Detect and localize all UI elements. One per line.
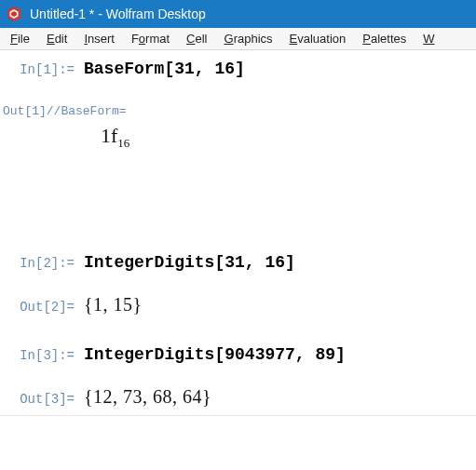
in-label: In[1]:= bbox=[0, 62, 84, 77]
menubar: File Edit Insert Format Cell Graphics Ev… bbox=[0, 28, 476, 50]
in-code[interactable]: IntegerDigits[9043977, 89] bbox=[84, 345, 346, 364]
app-icon bbox=[6, 6, 22, 22]
cell-divider bbox=[0, 415, 476, 416]
out-label-baseform: Out[1]//BaseForm= bbox=[0, 104, 476, 118]
menu-graphics[interactable]: Graphics bbox=[216, 30, 281, 47]
menu-window[interactable]: W bbox=[415, 30, 442, 47]
baseform-subscript: 16 bbox=[117, 136, 129, 150]
out-value-baseform: 1f16 bbox=[0, 124, 476, 151]
out-label: Out[2]= bbox=[0, 300, 84, 315]
menu-insert[interactable]: Insert bbox=[75, 30, 123, 47]
menu-format[interactable]: Format bbox=[123, 30, 178, 47]
menu-cell[interactable]: Cell bbox=[178, 30, 215, 47]
menu-edit[interactable]: Edit bbox=[38, 30, 75, 47]
in-label: In[2]:= bbox=[0, 256, 84, 271]
in-code[interactable]: IntegerDigits[31, 16] bbox=[84, 253, 295, 272]
window-title: Untitled-1 * - Wolfram Desktop bbox=[30, 7, 206, 21]
cell-in-3[interactable]: In[3]:= IntegerDigits[9043977, 89] bbox=[0, 345, 476, 364]
out-label: Out[3]= bbox=[0, 392, 84, 407]
cell-out-2: Out[2]= {1, 15} bbox=[0, 294, 476, 316]
titlebar[interactable]: Untitled-1 * - Wolfram Desktop bbox=[0, 0, 476, 28]
out-value: {1, 15} bbox=[84, 294, 143, 316]
notebook-area[interactable]: In[1]:= BaseForm[31, 16] Out[1]//BaseFor… bbox=[0, 50, 476, 416]
cell-out-3: Out[3]= {12, 73, 68, 64} bbox=[0, 386, 476, 408]
in-code[interactable]: BaseForm[31, 16] bbox=[84, 60, 245, 78]
cell-in-2[interactable]: In[2]:= IntegerDigits[31, 16] bbox=[0, 253, 476, 272]
menu-palettes[interactable]: Palettes bbox=[354, 30, 415, 47]
out-value: {12, 73, 68, 64} bbox=[84, 386, 211, 408]
cell-in-1[interactable]: In[1]:= BaseForm[31, 16] bbox=[0, 60, 476, 78]
menu-evaluation[interactable]: Evaluation bbox=[281, 30, 355, 47]
in-label: In[3]:= bbox=[0, 348, 84, 363]
baseform-main: 1f bbox=[101, 124, 117, 147]
menu-file[interactable]: File bbox=[2, 30, 38, 47]
